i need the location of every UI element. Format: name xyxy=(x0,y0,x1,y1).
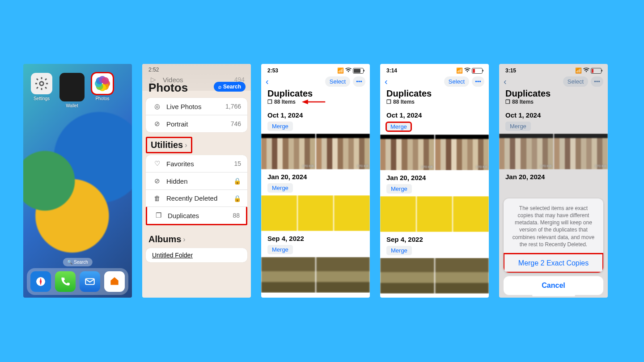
select-button[interactable]: Select xyxy=(325,76,350,87)
merge-button[interactable]: Merge xyxy=(267,122,293,131)
page-title: Photos xyxy=(148,81,188,95)
duplicates-icon: ❐ xyxy=(153,211,163,219)
phone-icon[interactable] xyxy=(55,271,76,292)
screen-duplicates-5: 3:15 📶 ‹ Select ••• Duplicates ❐ 88 Item… xyxy=(499,64,608,298)
item-count: 88 Items xyxy=(274,99,296,105)
lock-icon: 🔒 xyxy=(233,177,241,185)
stack-icon: ❐ xyxy=(386,99,391,105)
statusbar-time: 2:53 xyxy=(267,67,278,74)
row-portrait[interactable]: ⊘ Portrait 746 xyxy=(146,115,247,132)
action-sheet: The selected items are exact copies that… xyxy=(504,198,603,295)
thumbnail[interactable]: 170 KB xyxy=(261,134,315,169)
signal-icon: 📶 xyxy=(456,67,463,74)
thumbnail[interactable] xyxy=(435,258,489,294)
row-label: Untitled Folder xyxy=(152,252,193,259)
app-photos[interactable]: Photos xyxy=(89,73,115,108)
section-label: Utilities xyxy=(151,140,183,150)
thumbnail[interactable] xyxy=(316,257,370,293)
row-label: Favorites xyxy=(166,160,194,168)
screen-duplicates-3: 2:53 📶 ‹ Select ••• Duplicates ❐ 88 Item… xyxy=(261,64,370,298)
merge-copies-button[interactable]: Merge 2 Exact Copies xyxy=(504,253,603,273)
section-label: Albums xyxy=(148,234,181,244)
thumbnail[interactable] xyxy=(380,258,434,294)
merge-button[interactable]: Merge xyxy=(267,245,293,254)
search-label: Search xyxy=(223,84,241,90)
dock xyxy=(27,268,128,295)
thumbnail[interactable] xyxy=(417,196,453,232)
row-hidden[interactable]: ⊘ Hidden 🔒 xyxy=(146,172,247,189)
thumbnail[interactable] xyxy=(334,195,370,231)
date-header: Jan 20, 2024 xyxy=(380,170,489,182)
row-count: 88 xyxy=(233,212,240,219)
status-icons: 📶 xyxy=(337,67,364,74)
trash-icon: 🗑 xyxy=(152,194,162,202)
more-button[interactable]: ••• xyxy=(353,76,365,87)
battery-icon xyxy=(353,68,364,74)
merge-button[interactable]: Merge xyxy=(386,184,412,194)
row-count: 15 xyxy=(234,160,241,167)
thumbnail[interactable]: 170 KB xyxy=(316,134,370,169)
app-label: Settings xyxy=(34,96,50,101)
back-button[interactable]: ‹ xyxy=(385,76,388,87)
date-header: Oct 1, 2024 xyxy=(380,108,489,120)
thumbnail[interactable] xyxy=(380,196,416,232)
merge-button[interactable]: Merge xyxy=(267,183,293,193)
row-count: 746 xyxy=(231,120,241,127)
status-icons: 📶 xyxy=(456,67,483,74)
albums-header[interactable]: Albums › xyxy=(142,230,251,246)
filesize: 170 KB xyxy=(421,165,432,169)
row-recently-deleted[interactable]: 🗑 Recently Deleted 🔒 xyxy=(146,189,247,206)
thumbnail[interactable] xyxy=(298,195,334,231)
screen-photos-albums: 2:52 ▷ Videos 494 Photos ⌕ Search ◎ Live… xyxy=(142,64,251,298)
app-settings[interactable]: Settings xyxy=(29,73,55,108)
heart-icon: ♡ xyxy=(152,160,162,168)
home-indicator[interactable] xyxy=(532,295,575,296)
row-label: Recently Deleted xyxy=(166,194,217,202)
album-scroll[interactable]: ◎ Live Photos 1,766 ⊘ Portrait 746 Utili… xyxy=(142,94,251,264)
safari-icon[interactable] xyxy=(30,271,51,292)
row-label: Portrait xyxy=(166,120,188,128)
live-photos-icon: ◎ xyxy=(152,102,162,110)
row-label: Hidden xyxy=(166,177,188,185)
date-header: Sep 4, 2022 xyxy=(380,232,489,244)
filesize: 170 KB xyxy=(476,165,487,169)
thumbnail[interactable] xyxy=(261,195,297,231)
chevron-right-icon: › xyxy=(183,236,185,244)
portrait-icon: ⊘ xyxy=(152,120,162,128)
app-wallet[interactable]: Wallet xyxy=(59,73,85,108)
select-button[interactable]: Select xyxy=(444,76,469,87)
home-app-icon[interactable] xyxy=(104,271,125,292)
search-icon: ⌕ xyxy=(218,84,221,90)
page-title: Duplicates xyxy=(261,88,370,99)
page-title: Duplicates xyxy=(380,88,489,99)
mail-icon[interactable] xyxy=(80,271,100,292)
wifi-icon xyxy=(464,67,470,74)
more-button[interactable]: ••• xyxy=(472,76,484,87)
row-favorites[interactable]: ♡ Favorites 15 xyxy=(146,155,247,172)
utilities-header[interactable]: Utilities › xyxy=(146,137,192,153)
merge-button[interactable]: Merge xyxy=(386,122,412,132)
lock-icon: 🔒 xyxy=(233,195,241,202)
wallet-icon xyxy=(59,73,85,101)
battery-icon xyxy=(472,68,483,74)
folder-untitled[interactable]: Untitled Folder xyxy=(146,248,247,262)
home-search-pill[interactable]: 🔍 Search xyxy=(63,258,92,266)
thumbnail[interactable] xyxy=(261,257,315,293)
cancel-button[interactable]: Cancel xyxy=(504,276,603,295)
home-icon-row: Settings Wallet Photos xyxy=(23,64,132,108)
search-button[interactable]: ⌕ Search xyxy=(214,82,246,92)
app-label: Photos xyxy=(95,96,109,101)
wifi-icon xyxy=(345,67,352,74)
settings-icon xyxy=(31,73,52,94)
thumbnail[interactable]: 170 KB xyxy=(380,135,434,170)
merge-button[interactable]: Merge xyxy=(386,246,412,255)
row-duplicates[interactable]: ❐ Duplicates 88 xyxy=(146,206,247,225)
filesize: 170 KB xyxy=(357,164,369,168)
back-button[interactable]: ‹ xyxy=(266,76,269,87)
date-header: Sep 4, 2022 xyxy=(261,231,370,243)
thumbnail[interactable] xyxy=(453,196,489,232)
photos-icon xyxy=(92,73,113,94)
row-label: Duplicates xyxy=(168,212,199,219)
row-live-photos[interactable]: ◎ Live Photos 1,766 xyxy=(146,98,247,115)
thumbnail[interactable]: 170 KB xyxy=(435,135,489,170)
